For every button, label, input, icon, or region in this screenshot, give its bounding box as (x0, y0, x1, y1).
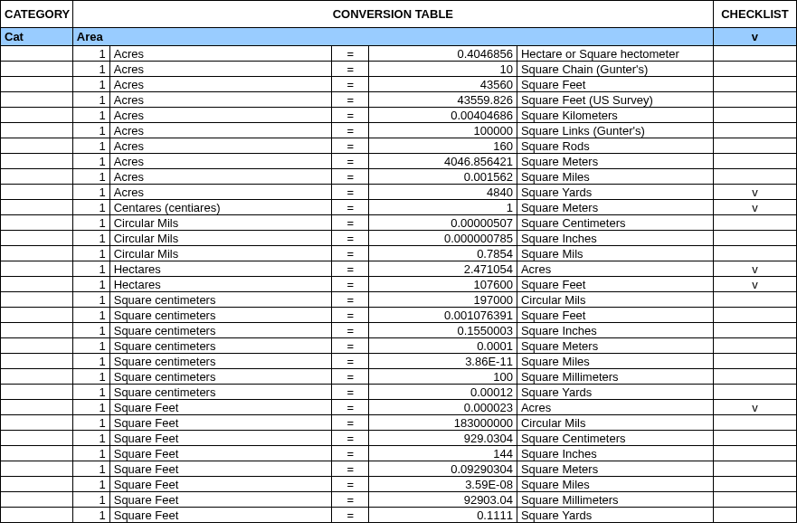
cell-equals[interactable]: = (332, 246, 369, 261)
cell-result[interactable]: Square Kilometers (517, 108, 713, 123)
cell-unit[interactable]: Square Feet (109, 400, 332, 415)
cell-category[interactable] (1, 338, 73, 354)
cell-category[interactable] (1, 446, 73, 461)
cell-equals[interactable]: = (332, 338, 369, 354)
cell-value[interactable]: 43560 (369, 77, 517, 92)
cell-check[interactable] (713, 62, 796, 77)
cell-equals[interactable]: = (332, 323, 369, 338)
cell-value[interactable]: 0.000000785 (369, 231, 517, 246)
cell-equals[interactable]: = (332, 46, 369, 62)
cell-result[interactable]: Square Feet (US Survey) (517, 92, 713, 108)
cell-value[interactable]: 3.59E-08 (369, 477, 517, 492)
cell-value[interactable]: 144 (369, 446, 517, 461)
cell-qty[interactable]: 1 (72, 215, 109, 231)
cell-check[interactable]: v (713, 185, 796, 200)
cell-check[interactable] (713, 154, 796, 169)
cell-category[interactable] (1, 231, 73, 246)
cell-category[interactable] (1, 369, 73, 385)
cell-qty[interactable]: 1 (72, 277, 109, 292)
cell-check[interactable] (713, 108, 796, 123)
cell-equals[interactable]: = (332, 400, 369, 415)
cell-value[interactable]: 0.00404686 (369, 108, 517, 123)
cell-qty[interactable]: 1 (72, 123, 109, 138)
cell-equals[interactable]: = (332, 369, 369, 385)
cell-value[interactable]: 0.00000507 (369, 215, 517, 231)
cell-category[interactable] (1, 92, 73, 108)
cell-equals[interactable]: = (332, 185, 369, 200)
cell-value[interactable]: 3.86E-11 (369, 354, 517, 369)
cell-unit[interactable]: Acres (109, 62, 332, 77)
cell-qty[interactable]: 1 (72, 461, 109, 477)
cell-unit[interactable]: Centares (centiares) (109, 200, 332, 215)
cell-equals[interactable]: = (332, 477, 369, 492)
cell-value[interactable]: 100000 (369, 123, 517, 138)
cell-check[interactable]: v (713, 261, 796, 277)
cell-category[interactable] (1, 138, 73, 154)
cell-qty[interactable]: 1 (72, 446, 109, 461)
cell-unit[interactable]: Circular Mils (109, 231, 332, 246)
cell-result[interactable]: Square Inches (517, 446, 713, 461)
cell-value[interactable]: 929.0304 (369, 431, 517, 446)
cell-result[interactable]: Square Centimeters (517, 431, 713, 446)
cell-category[interactable] (1, 431, 73, 446)
cell-value[interactable]: 92903.04 (369, 492, 517, 508)
cell-result[interactable]: Square Yards (517, 185, 713, 200)
cell-equals[interactable]: = (332, 215, 369, 231)
cell-category[interactable] (1, 185, 73, 200)
cell-qty[interactable]: 1 (72, 508, 109, 523)
cell-unit[interactable]: Acres (109, 123, 332, 138)
cell-result[interactable]: Square Chain (Gunter's) (517, 62, 713, 77)
cell-check[interactable] (713, 123, 796, 138)
cell-result[interactable]: Square Millimeters (517, 369, 713, 385)
cell-equals[interactable]: = (332, 261, 369, 277)
cell-category[interactable] (1, 261, 73, 277)
cell-check[interactable] (713, 292, 796, 308)
cell-qty[interactable]: 1 (72, 338, 109, 354)
cell-result[interactable]: Square Miles (517, 169, 713, 185)
cell-qty[interactable]: 1 (72, 108, 109, 123)
cell-category[interactable] (1, 123, 73, 138)
cell-qty[interactable]: 1 (72, 492, 109, 508)
cell-result[interactable]: Circular Mils (517, 292, 713, 308)
cell-qty[interactable]: 1 (72, 46, 109, 62)
cell-equals[interactable]: = (332, 415, 369, 431)
cell-equals[interactable]: = (332, 492, 369, 508)
cell-check[interactable] (713, 446, 796, 461)
cell-qty[interactable]: 1 (72, 431, 109, 446)
cell-qty[interactable]: 1 (72, 92, 109, 108)
cell-equals[interactable]: = (332, 169, 369, 185)
cell-value[interactable]: 0.4046856 (369, 46, 517, 62)
cell-qty[interactable]: 1 (72, 400, 109, 415)
cell-category[interactable] (1, 461, 73, 477)
cell-category[interactable] (1, 277, 73, 292)
cell-check[interactable] (713, 415, 796, 431)
cell-value[interactable]: 0.0001 (369, 338, 517, 354)
cell-result[interactable]: Square Millimeters (517, 492, 713, 508)
cell-value[interactable]: 4046.856421 (369, 154, 517, 169)
cell-value[interactable]: 4840 (369, 185, 517, 200)
cell-equals[interactable]: = (332, 277, 369, 292)
cell-qty[interactable]: 1 (72, 77, 109, 92)
cell-equals[interactable]: = (332, 231, 369, 246)
cell-result[interactable]: Square Inches (517, 231, 713, 246)
cell-qty[interactable]: 1 (72, 169, 109, 185)
cell-value[interactable]: 2.471054 (369, 261, 517, 277)
cell-category[interactable] (1, 62, 73, 77)
cell-unit[interactable]: Square centimeters (109, 385, 332, 400)
cell-check[interactable] (713, 477, 796, 492)
cell-unit[interactable]: Square Feet (109, 492, 332, 508)
cell-unit[interactable]: Acres (109, 138, 332, 154)
cell-unit[interactable]: Circular Mils (109, 215, 332, 231)
cell-equals[interactable]: = (332, 154, 369, 169)
cell-value[interactable]: 0.09290304 (369, 461, 517, 477)
cell-check[interactable]: v (713, 277, 796, 292)
cell-check[interactable] (713, 246, 796, 261)
cell-result[interactable]: Square Centimeters (517, 215, 713, 231)
cell-qty[interactable]: 1 (72, 246, 109, 261)
cell-qty[interactable]: 1 (72, 62, 109, 77)
cell-category[interactable] (1, 154, 73, 169)
cell-result[interactable]: Square Meters (517, 200, 713, 215)
cell-unit[interactable]: Acres (109, 77, 332, 92)
cell-unit[interactable]: Square centimeters (109, 308, 332, 323)
cell-check[interactable] (713, 431, 796, 446)
